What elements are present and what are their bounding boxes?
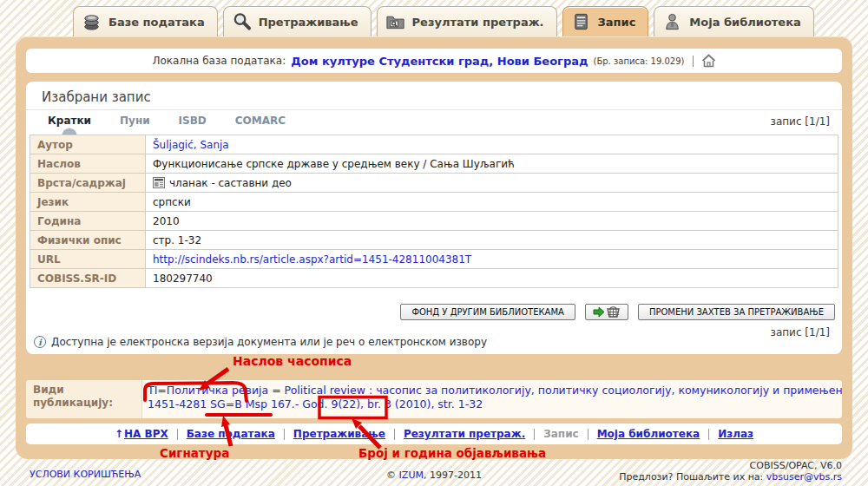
version-text: COBISS/OPAC, V6.0 (619, 460, 842, 471)
up-arrow-icon: ↑ (115, 428, 123, 440)
subtab-isbd[interactable]: ISBD (179, 115, 207, 127)
table-row: Физички опис стр. 1-32 (30, 231, 838, 250)
tab-label: Резултати претраж. (412, 16, 544, 29)
email-link[interactable]: vbsuser@vbs.rs (766, 471, 842, 483)
info-text: Доступна је електронска верзија документ… (51, 336, 487, 348)
see-publication-label: Види публикацију: (26, 380, 142, 418)
tab-search[interactable]: Претраживање (223, 6, 372, 36)
nav-databases[interactable]: Базе података (187, 428, 275, 440)
database-icon (82, 11, 102, 32)
author-link[interactable]: Šuljagić, Sanja (153, 139, 229, 151)
row-label: Аутор (30, 135, 146, 154)
divider (708, 429, 709, 440)
record-count: (Бр. записа: 19.029) (593, 56, 684, 66)
publication-link[interactable]: TI=Политичка ревија = Political review :… (142, 380, 842, 418)
info-icon: i (34, 336, 46, 348)
local-database-bar: Локална база података: Дом културе Студе… (26, 49, 842, 73)
divider (534, 429, 535, 440)
record-icon (571, 11, 591, 32)
see-publication-panel: Види публикацију: TI=Политичка ревија = … (26, 380, 842, 418)
record-view-subtabs: Кратки Пуни ISBD COMARC (48, 115, 286, 127)
nav-exit[interactable]: Излаз (718, 428, 753, 440)
record-counter-bottom: запис [1/1] (771, 326, 830, 338)
holdings-other-libraries-button[interactable]: ФОНД У ДРУГИМ БИБЛИОТЕКАМА (400, 304, 575, 320)
bottom-navbar: ↑ НА ВРХ Базе података Претраживање Резу… (26, 424, 842, 444)
subtab-comarc[interactable]: COMARC (235, 115, 286, 127)
article-icon (153, 177, 165, 188)
selected-record-panel: Изабрани запис Кратки Пуни ISBD COMARC з… (26, 82, 842, 354)
row-label: Наслов (30, 154, 146, 174)
cobiss-id-value: 180297740 (146, 269, 838, 288)
my-library-icon (662, 11, 682, 32)
record-table: Аутор Šuljagić, Sanja Наслов Функциониса… (30, 135, 838, 288)
table-row: COBISS.SR-ID 180297740 (30, 269, 838, 288)
separator (26, 109, 842, 110)
panel-title: Изабрани запис (42, 89, 151, 105)
home-icon[interactable] (701, 54, 716, 68)
copyright-prefix: © (386, 470, 396, 481)
row-label: Физички опис (30, 231, 146, 250)
cobiss-opac-record-page: { "tabs": [ { "label": "Базе података", … (0, 0, 868, 486)
publication-line1: TI=Политичка ревија = Political review :… (148, 384, 842, 397)
nav-search-results[interactable]: Резултати претраж. (404, 428, 525, 440)
tab-label: Моја библиотека (689, 16, 800, 29)
copyright-suffix: , 1997-2011 (424, 470, 482, 481)
row-label: Врста/садржај (30, 174, 146, 193)
annotation-journal-title: Наслов часописа (233, 354, 352, 368)
nav-search[interactable]: Претраживање (293, 428, 385, 440)
annotation-issue-year: Број и година објављивања (358, 446, 546, 460)
main-tabs: Базе података Претраживање Резултати пре… (73, 6, 814, 36)
table-row: Језик српски (30, 193, 838, 212)
url-link[interactable]: http://scindeks.nb.rs/article.aspx?artid… (153, 253, 471, 266)
local-db-prefix: Локална база података: (152, 55, 286, 67)
add-to-cart-icon (592, 305, 621, 319)
back-to-top-label: НА ВРХ (124, 428, 168, 440)
record-counter: запис [1/1] (771, 115, 830, 128)
change-search-request-button[interactable]: ПРОМЕНИ ЗАХТЕВ ЗА ПРЕТРАЖИВАЊЕ (638, 304, 835, 320)
divider (284, 429, 285, 440)
table-row: Година 2010 (30, 212, 838, 231)
language-value: српски (146, 193, 838, 212)
divider (588, 429, 589, 440)
table-row: Наслов Функционисање српске државе у сре… (30, 154, 838, 174)
divider (693, 56, 694, 67)
footer-version-block: COBISS/OPAC, V6.0 Предлози? Пошаљите их … (619, 460, 842, 483)
row-label: Година (30, 212, 146, 231)
year-value: 2010 (146, 212, 838, 231)
physical-desc-value: стр. 1-32 (146, 231, 838, 250)
row-label: COBISS.SR-ID (30, 269, 146, 288)
tab-my-library[interactable]: Моја библиотека (654, 6, 813, 36)
subtab-full[interactable]: Пуни (120, 115, 150, 127)
tab-label: Базе података (108, 16, 205, 29)
title-value: Функционисање српске државе у средњем ве… (146, 154, 838, 174)
tab-label: Претраживање (259, 16, 358, 29)
nav-my-library[interactable]: Моја библиотека (597, 428, 700, 440)
action-buttons: ФОНД У ДРУГИМ БИБЛИОТЕКАМА ПРОМЕНИ ЗАХТЕ… (400, 304, 835, 320)
search-results-icon (385, 11, 405, 32)
suggestions-text: Предлози? Пошаљите их на: (619, 471, 763, 483)
content-type-value: чланак - саставни део (169, 177, 292, 189)
library-link[interactable]: Дом културе Студентски град, Нови Београ… (291, 55, 588, 68)
table-row: Аутор Šuljagić, Sanja (30, 135, 838, 154)
publication-line2: 1451-4281 SG=B Msp 167.- God. 9(22), br.… (148, 397, 842, 411)
annotation-signature: Сигнатура (160, 446, 229, 460)
izum-link[interactable]: IZUM (399, 470, 424, 481)
add-to-cart-button[interactable] (585, 304, 628, 320)
table-row: URL http://scindeks.nb.rs/article.aspx?a… (30, 250, 838, 269)
divider (394, 429, 395, 440)
tab-label: Запис (598, 16, 636, 29)
search-icon (232, 11, 252, 32)
electronic-version-note: i Доступна је електронска верзија докуме… (34, 336, 487, 348)
divider (177, 429, 178, 440)
row-label: URL (30, 250, 146, 269)
back-to-top-link[interactable]: ↑ НА ВРХ (115, 428, 168, 440)
tab-search-results[interactable]: Резултати претраж. (377, 6, 557, 36)
row-label: Језик (30, 193, 146, 212)
table-row: Врста/садржај чланак - саставни део (30, 174, 838, 193)
subtab-short[interactable]: Кратки (48, 115, 91, 127)
tab-databases[interactable]: Базе података (73, 6, 218, 36)
tab-record[interactable]: Запис (562, 6, 649, 36)
nav-record-current: Запис (543, 428, 578, 440)
